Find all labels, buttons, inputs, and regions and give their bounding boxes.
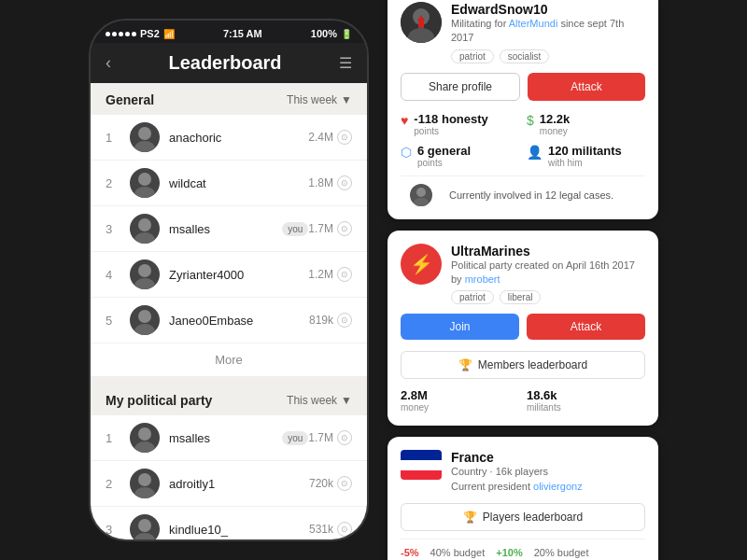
username-5: Janeo0Embase — [169, 314, 309, 328]
general-filter-label: This week — [287, 93, 337, 106]
tag-patriot: patriot — [451, 49, 494, 63]
militants-icon: 👤 — [527, 145, 543, 160]
party-stats: 2.8M money 18.6k militants — [401, 388, 645, 413]
time-label: 7:15 AM — [223, 28, 262, 39]
party-money-stat: 2.8M money — [401, 388, 519, 413]
attack-party-button[interactable]: Attack — [527, 314, 645, 340]
players-leaderboard-label: Players leaderboard — [483, 511, 583, 524]
stat-general: ⬡ 6 general points — [401, 144, 519, 168]
share-profile-button[interactable]: Share profile — [401, 73, 520, 101]
country-name: France — [451, 450, 583, 465]
party-section-header: My political party This week ▼ — [91, 384, 367, 415]
budget-pos-lbl: 20% budget — [534, 547, 589, 558]
phone-shell: PS2 📶 7:15 AM 100% 🔋 ‹ Leaderboard ☰ Gen… — [89, 19, 369, 541]
list-item[interactable]: 3 kindlue10_ 531k ⊙ — [91, 507, 367, 539]
legal-text: Currently involved in 12 legal cases. — [449, 189, 613, 201]
budget-neg-pct: -5% — [401, 547, 419, 558]
list-item[interactable]: 3 msalles you 1.7M ⊙ — [91, 206, 367, 252]
country-subtitle: Country · 16k playersCurrent president o… — [451, 465, 583, 494]
filter-icon[interactable]: ☰ — [339, 54, 352, 72]
svg-point-10 — [138, 427, 151, 441]
app-header: ‹ Leaderboard ☰ — [91, 43, 367, 83]
president-link[interactable]: oliviergonz — [533, 481, 583, 492]
list-item[interactable]: 2 adroitly1 720k ⊙ — [91, 461, 367, 507]
score-2: 1.8M — [308, 176, 333, 189]
general-filter[interactable]: This week ▼ — [287, 93, 352, 106]
general-lbl: points — [417, 158, 471, 168]
rank-1: 1 — [106, 131, 120, 145]
join-party-button[interactable]: Join — [401, 314, 519, 340]
svg-point-3 — [134, 187, 155, 198]
party-rank-1: 1 — [106, 431, 120, 445]
back-button[interactable]: ‹ — [106, 53, 111, 73]
list-item[interactable]: 4 Zyrianter4000 1.2M ⊙ — [91, 252, 367, 298]
general-section-title: General — [106, 92, 154, 107]
avatar — [130, 423, 160, 453]
score-icon-4: ⊙ — [337, 267, 352, 282]
you-badge-3: you — [282, 222, 308, 236]
party-subtitle: Political party created on April 16th 20… — [451, 259, 645, 287]
general-list: 1 anachoric 2.4M ⊙ 2 wildcat 1.8M ⊙ 3 — [91, 115, 367, 376]
rank-3: 3 — [106, 222, 120, 236]
legal-row: Currently involved in 12 legal cases. — [401, 175, 645, 206]
stat-militants: 👤 120 militants with him — [527, 144, 645, 168]
list-item[interactable]: 2 wildcat 1.8M ⊙ — [91, 161, 367, 206]
svg-point-4 — [138, 218, 151, 231]
attack-user-button[interactable]: Attack — [528, 73, 645, 101]
list-item[interactable]: 5 Janeo0Embase 819k ⊙ — [91, 298, 367, 343]
signal-dots — [106, 32, 136, 36]
svg-point-0 — [138, 127, 151, 140]
user-avatar — [401, 2, 442, 43]
party-rank-2: 2 — [106, 477, 120, 491]
list-item[interactable]: 1 anachoric 2.4M ⊙ — [91, 115, 367, 161]
avatar — [130, 469, 160, 498]
more-button[interactable]: More — [91, 343, 367, 376]
france-flag — [401, 450, 442, 480]
carrier-label: PS2 — [140, 28, 160, 39]
trophy-icon-country: 🏆 — [463, 511, 477, 524]
status-left: PS2 📶 — [106, 28, 175, 39]
svg-point-13 — [134, 487, 155, 498]
score-icon-2: ⊙ — [337, 175, 352, 190]
avatar — [130, 122, 160, 152]
svg-point-5 — [134, 232, 155, 244]
user-tags: patriot socialist — [451, 49, 645, 63]
svg-point-11 — [134, 441, 155, 453]
militants-val: 120 militants — [548, 144, 622, 158]
party-money-val: 2.8M — [401, 388, 429, 402]
party-militants-stat: 18.6k militants — [527, 388, 645, 413]
svg-point-22 — [414, 198, 429, 206]
chevron-down-icon: ▼ — [341, 394, 352, 407]
party-info: UltraMarines Political party created on … — [451, 244, 645, 305]
altermundi-link[interactable]: AlterMundi — [509, 18, 558, 29]
heart-icon: ♥ — [401, 113, 408, 128]
wifi-icon: 📶 — [163, 29, 175, 39]
party-rank-3: 3 — [106, 523, 120, 537]
svg-point-2 — [138, 173, 151, 186]
username-display: EdwardSnow10 — [451, 2, 645, 17]
battery-label: 100% — [311, 28, 337, 39]
list-item[interactable]: 1 msalles you 1.7M ⊙ — [91, 415, 367, 461]
score-icon-3: ⊙ — [337, 221, 352, 236]
players-leaderboard-button[interactable]: 🏆 Players leaderboard — [401, 503, 645, 531]
party-filter[interactable]: This week ▼ — [287, 394, 352, 407]
party-score-2: 720k — [309, 477, 333, 490]
user-stats: ♥ -118 honesty points $ 12.2k money ⬡ 6 … — [401, 112, 645, 168]
party-name: UltraMarines — [451, 244, 645, 259]
avatar — [130, 514, 160, 539]
rank-4: 4 — [106, 268, 120, 282]
avatar — [130, 168, 160, 198]
rank-5: 5 — [106, 314, 120, 328]
battery-icon: 🔋 — [341, 29, 352, 39]
score-4: 1.2M — [308, 268, 333, 281]
party-militants-lbl: militants — [527, 402, 561, 413]
leaderboard-content: General This week ▼ 1 anachoric 2.4M ⊙ 2 — [91, 83, 367, 539]
members-leaderboard-button[interactable]: 🏆 Members leaderboard — [401, 351, 645, 379]
honesty-lbl: points — [414, 126, 487, 136]
mrobert-link[interactable]: mrobert — [465, 273, 500, 285]
budget-row: -5% 40% budget +10% 20% budget — [401, 539, 645, 558]
avatar — [130, 259, 160, 289]
party-money-lbl: money — [401, 402, 429, 413]
party-card: ⚡ UltraMarines Political party created o… — [388, 231, 658, 427]
flag-white — [401, 460, 442, 470]
